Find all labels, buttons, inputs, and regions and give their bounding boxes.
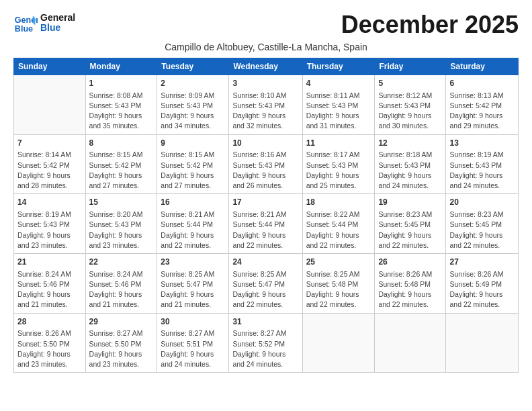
week-row-5: 28Sunrise: 8:26 AM Sunset: 5:50 PM Dayli… bbox=[14, 313, 519, 373]
day-info: Sunrise: 8:21 AM Sunset: 5:44 PM Dayligh… bbox=[232, 210, 298, 250]
day-info: Sunrise: 8:09 AM Sunset: 5:43 PM Dayligh… bbox=[161, 91, 225, 132]
day-info: Sunrise: 8:27 AM Sunset: 5:52 PM Dayligh… bbox=[232, 328, 298, 369]
calendar-cell: 6Sunrise: 8:13 AM Sunset: 5:42 PM Daylig… bbox=[446, 75, 519, 135]
day-number: 3 bbox=[232, 78, 298, 89]
day-info: Sunrise: 8:15 AM Sunset: 5:42 PM Dayligh… bbox=[161, 150, 225, 191]
calendar-cell: 19Sunrise: 8:23 AM Sunset: 5:45 PM Dayli… bbox=[375, 194, 446, 254]
calendar-cell: 14Sunrise: 8:19 AM Sunset: 5:43 PM Dayli… bbox=[14, 194, 86, 254]
calendar-cell: 11Sunrise: 8:17 AM Sunset: 5:43 PM Dayli… bbox=[302, 134, 375, 194]
calendar-cell: 21Sunrise: 8:24 AM Sunset: 5:46 PM Dayli… bbox=[14, 254, 86, 314]
calendar-cell: 26Sunrise: 8:26 AM Sunset: 5:48 PM Dayli… bbox=[375, 254, 446, 314]
day-info: Sunrise: 8:23 AM Sunset: 5:45 PM Dayligh… bbox=[449, 210, 515, 250]
calendar-cell: 10Sunrise: 8:16 AM Sunset: 5:43 PM Dayli… bbox=[229, 134, 302, 194]
calendar-cell: 3Sunrise: 8:10 AM Sunset: 5:43 PM Daylig… bbox=[229, 75, 302, 135]
calendar-cell: 28Sunrise: 8:26 AM Sunset: 5:50 PM Dayli… bbox=[14, 313, 86, 373]
day-info: Sunrise: 8:14 AM Sunset: 5:42 PM Dayligh… bbox=[17, 150, 82, 191]
day-number: 1 bbox=[89, 78, 154, 89]
calendar-cell bbox=[446, 313, 519, 373]
calendar-cell: 29Sunrise: 8:27 AM Sunset: 5:50 PM Dayli… bbox=[85, 313, 157, 373]
day-number: 21 bbox=[17, 257, 82, 268]
calendar-cell bbox=[302, 313, 375, 373]
day-number: 25 bbox=[306, 257, 371, 268]
day-number: 28 bbox=[17, 316, 82, 328]
calendar-cell bbox=[375, 313, 446, 373]
day-number: 30 bbox=[161, 316, 225, 328]
day-number: 20 bbox=[449, 197, 515, 208]
calendar-header-wednesday: Wednesday bbox=[229, 58, 302, 75]
day-info: Sunrise: 8:21 AM Sunset: 5:44 PM Dayligh… bbox=[161, 210, 225, 250]
calendar-header-thursday: Thursday bbox=[302, 58, 375, 75]
calendar-cell: 27Sunrise: 8:26 AM Sunset: 5:49 PM Dayli… bbox=[446, 254, 519, 314]
day-info: Sunrise: 8:15 AM Sunset: 5:42 PM Dayligh… bbox=[89, 150, 154, 191]
logo-line1: General bbox=[40, 13, 75, 23]
calendar-cell: 7Sunrise: 8:14 AM Sunset: 5:42 PM Daylig… bbox=[14, 134, 86, 194]
calendar-cell: 22Sunrise: 8:24 AM Sunset: 5:46 PM Dayli… bbox=[85, 254, 157, 314]
week-row-1: 1Sunrise: 8:08 AM Sunset: 5:43 PM Daylig… bbox=[14, 75, 519, 135]
week-row-3: 14Sunrise: 8:19 AM Sunset: 5:43 PM Dayli… bbox=[14, 194, 519, 254]
day-number: 13 bbox=[449, 138, 515, 149]
calendar-cell: 4Sunrise: 8:11 AM Sunset: 5:43 PM Daylig… bbox=[302, 75, 375, 135]
day-info: Sunrise: 8:18 AM Sunset: 5:43 PM Dayligh… bbox=[378, 150, 442, 191]
week-row-4: 21Sunrise: 8:24 AM Sunset: 5:46 PM Dayli… bbox=[14, 254, 519, 314]
day-info: Sunrise: 8:12 AM Sunset: 5:43 PM Dayligh… bbox=[378, 91, 442, 132]
calendar-cell: 15Sunrise: 8:20 AM Sunset: 5:43 PM Dayli… bbox=[85, 194, 157, 254]
logo-icon: General Blue bbox=[13, 11, 38, 35]
location-subtitle: Campillo de Altobuey, Castille-La Mancha… bbox=[13, 42, 519, 52]
calendar-cell: 16Sunrise: 8:21 AM Sunset: 5:44 PM Dayli… bbox=[157, 194, 229, 254]
calendar-header-row: SundayMondayTuesdayWednesdayThursdayFrid… bbox=[14, 58, 519, 75]
day-number: 9 bbox=[161, 138, 225, 149]
calendar-cell: 8Sunrise: 8:15 AM Sunset: 5:42 PM Daylig… bbox=[85, 134, 157, 194]
day-info: Sunrise: 8:08 AM Sunset: 5:43 PM Dayligh… bbox=[89, 91, 154, 132]
calendar-cell: 24Sunrise: 8:25 AM Sunset: 5:47 PM Dayli… bbox=[229, 254, 302, 314]
day-number: 15 bbox=[89, 197, 154, 208]
day-info: Sunrise: 8:25 AM Sunset: 5:47 PM Dayligh… bbox=[161, 269, 225, 310]
svg-text:Blue: Blue bbox=[15, 24, 33, 34]
calendar-cell: 23Sunrise: 8:25 AM Sunset: 5:47 PM Dayli… bbox=[157, 254, 229, 314]
calendar-header-tuesday: Tuesday bbox=[157, 58, 229, 75]
logo: General Blue General Blue bbox=[13, 11, 75, 35]
day-info: Sunrise: 8:11 AM Sunset: 5:43 PM Dayligh… bbox=[306, 91, 371, 132]
logo-line2: Blue bbox=[40, 23, 75, 33]
day-number: 31 bbox=[232, 316, 298, 328]
title-block: December 2025 bbox=[341, 11, 519, 39]
week-row-2: 7Sunrise: 8:14 AM Sunset: 5:42 PM Daylig… bbox=[14, 134, 519, 194]
day-number: 8 bbox=[89, 138, 154, 149]
calendar-cell: 25Sunrise: 8:25 AM Sunset: 5:48 PM Dayli… bbox=[302, 254, 375, 314]
day-info: Sunrise: 8:17 AM Sunset: 5:43 PM Dayligh… bbox=[306, 150, 371, 191]
day-number: 16 bbox=[161, 197, 225, 208]
day-number: 10 bbox=[232, 138, 298, 149]
day-number: 19 bbox=[378, 197, 442, 208]
day-info: Sunrise: 8:24 AM Sunset: 5:46 PM Dayligh… bbox=[89, 269, 154, 310]
day-number: 18 bbox=[306, 197, 371, 208]
day-number: 11 bbox=[306, 138, 371, 149]
day-number: 6 bbox=[449, 78, 515, 89]
calendar-cell: 5Sunrise: 8:12 AM Sunset: 5:43 PM Daylig… bbox=[375, 75, 446, 135]
day-number: 23 bbox=[161, 257, 225, 268]
day-info: Sunrise: 8:27 AM Sunset: 5:51 PM Dayligh… bbox=[161, 328, 225, 369]
day-info: Sunrise: 8:19 AM Sunset: 5:43 PM Dayligh… bbox=[17, 210, 82, 250]
day-info: Sunrise: 8:26 AM Sunset: 5:49 PM Dayligh… bbox=[449, 269, 515, 310]
calendar-header-sunday: Sunday bbox=[14, 58, 86, 75]
day-info: Sunrise: 8:25 AM Sunset: 5:47 PM Dayligh… bbox=[232, 269, 298, 310]
day-number: 5 bbox=[378, 78, 442, 89]
day-number: 12 bbox=[378, 138, 442, 149]
calendar-cell: 12Sunrise: 8:18 AM Sunset: 5:43 PM Dayli… bbox=[375, 134, 446, 194]
day-number: 2 bbox=[161, 78, 225, 89]
day-info: Sunrise: 8:26 AM Sunset: 5:48 PM Dayligh… bbox=[378, 269, 442, 310]
day-info: Sunrise: 8:10 AM Sunset: 5:43 PM Dayligh… bbox=[232, 91, 298, 132]
calendar-cell: 1Sunrise: 8:08 AM Sunset: 5:43 PM Daylig… bbox=[85, 75, 157, 135]
month-title: December 2025 bbox=[341, 11, 519, 39]
day-info: Sunrise: 8:24 AM Sunset: 5:46 PM Dayligh… bbox=[17, 269, 82, 310]
calendar-cell: 31Sunrise: 8:27 AM Sunset: 5:52 PM Dayli… bbox=[229, 313, 302, 373]
calendar-cell: 17Sunrise: 8:21 AM Sunset: 5:44 PM Dayli… bbox=[229, 194, 302, 254]
day-number: 29 bbox=[89, 316, 154, 328]
calendar-cell: 9Sunrise: 8:15 AM Sunset: 5:42 PM Daylig… bbox=[157, 134, 229, 194]
day-info: Sunrise: 8:23 AM Sunset: 5:45 PM Dayligh… bbox=[378, 210, 442, 250]
calendar-cell: 30Sunrise: 8:27 AM Sunset: 5:51 PM Dayli… bbox=[157, 313, 229, 373]
calendar-header-monday: Monday bbox=[85, 58, 157, 75]
page-header: General Blue General Blue December 2025 bbox=[13, 11, 519, 39]
day-number: 24 bbox=[232, 257, 298, 268]
day-info: Sunrise: 8:19 AM Sunset: 5:43 PM Dayligh… bbox=[449, 150, 515, 191]
day-info: Sunrise: 8:22 AM Sunset: 5:44 PM Dayligh… bbox=[306, 210, 371, 250]
calendar-cell bbox=[14, 75, 86, 135]
